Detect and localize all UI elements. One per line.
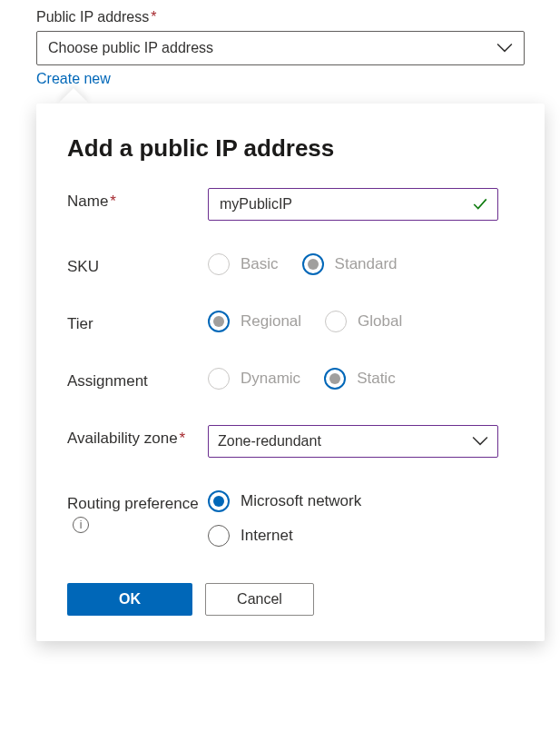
routing-preference-radio-group: Microsoft network Internet <box>208 490 514 547</box>
chevron-down-icon <box>472 433 488 450</box>
routing-preference-label: Routing preference i <box>67 490 208 536</box>
assignment-static-radio: Static <box>324 368 396 390</box>
availability-zone-select[interactable]: Zone-redundant <box>208 425 498 458</box>
name-input[interactable] <box>218 195 472 213</box>
tier-global-radio: Global <box>325 311 402 332</box>
sku-basic-radio: Basic <box>208 253 279 275</box>
availability-zone-value: Zone-redundant <box>218 433 321 450</box>
availability-zone-label: Availability zone* <box>67 425 208 450</box>
required-star-icon: * <box>110 193 116 210</box>
cancel-button[interactable]: Cancel <box>205 583 314 616</box>
sku-label: SKU <box>67 253 208 278</box>
public-ip-dropdown-placeholder: Choose public IP address <box>48 40 213 56</box>
public-ip-dropdown[interactable]: Choose public IP address <box>36 31 525 65</box>
popup-title: Add a public IP address <box>67 134 514 163</box>
chevron-down-icon <box>496 40 513 56</box>
assignment-label: Assignment <box>67 368 208 392</box>
assignment-radio-group: Dynamic Static <box>208 368 514 390</box>
name-input-wrapper <box>208 188 498 221</box>
tier-radio-group: Regional Global <box>208 311 514 332</box>
sku-radio-group: Basic Standard <box>208 253 514 275</box>
routing-internet-radio[interactable]: Internet <box>208 525 293 547</box>
name-label: Name* <box>67 188 208 212</box>
required-star-icon: * <box>151 9 156 25</box>
check-icon <box>472 196 488 212</box>
tier-regional-radio: Regional <box>208 311 301 332</box>
routing-msnet-radio[interactable]: Microsoft network <box>208 490 361 512</box>
info-icon[interactable]: i <box>73 517 89 533</box>
add-public-ip-popup: Add a public IP address Name* SKU <box>36 104 545 641</box>
tier-label: Tier <box>67 311 208 335</box>
public-ip-label: Public IP address* <box>36 9 533 25</box>
sku-standard-radio: Standard <box>302 253 398 275</box>
required-star-icon: * <box>180 430 186 447</box>
assignment-dynamic-radio: Dynamic <box>208 368 300 390</box>
ok-button[interactable]: OK <box>67 583 192 616</box>
create-new-link[interactable]: Create new <box>36 71 111 87</box>
